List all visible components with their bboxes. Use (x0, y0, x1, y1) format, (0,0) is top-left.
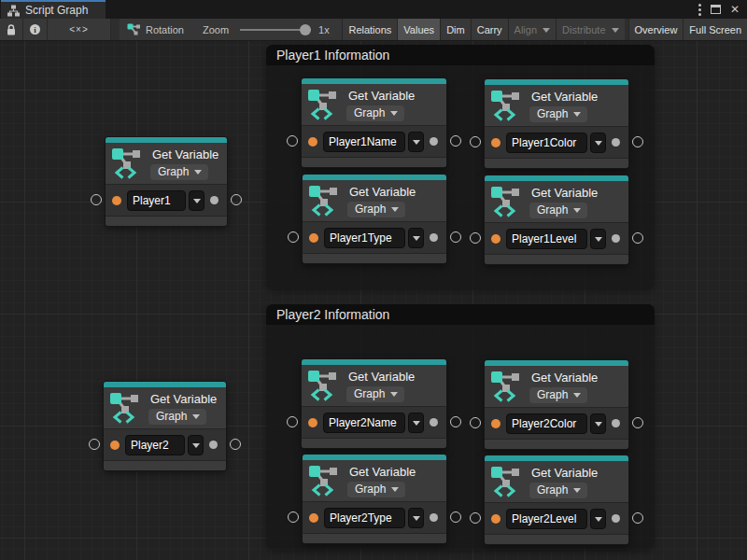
node-header[interactable]: Get Variable Graph (302, 84, 446, 125)
input-pin[interactable] (470, 417, 481, 428)
value-output-dot[interactable] (210, 196, 218, 204)
variable-dropdown[interactable]: Player1Color (506, 133, 606, 153)
menu-kebab-icon[interactable] (698, 4, 701, 16)
maximize-icon[interactable] (711, 5, 721, 14)
input-pin[interactable] (288, 511, 299, 523)
value-output-dot[interactable] (430, 513, 438, 522)
output-pin[interactable] (450, 416, 461, 427)
value-input-port[interactable] (308, 137, 317, 147)
input-pin[interactable] (470, 136, 481, 147)
node-header[interactable]: Get Variable Graph (303, 460, 446, 501)
value-output-dot[interactable] (430, 137, 438, 146)
input-pin[interactable] (470, 232, 481, 244)
variable-dropdown[interactable]: Player2Type (324, 508, 424, 528)
node-header[interactable]: Get Variable Graph (106, 143, 227, 184)
node-header[interactable]: Get Variable Graph (485, 181, 628, 222)
info-button[interactable]: i (23, 19, 48, 40)
lock-button[interactable] (0, 19, 23, 40)
input-pin[interactable] (287, 135, 298, 147)
value-input-port[interactable] (110, 441, 120, 450)
toolbar-button-carry[interactable]: Carry (471, 19, 508, 40)
toolbar-button-distribute[interactable]: Distribute (556, 19, 624, 40)
node-get-variable-player1type[interactable]: Get Variable Graph Player1Type (303, 175, 446, 263)
node-header[interactable]: Get Variable Graph (485, 461, 628, 502)
node-get-variable-player1color[interactable]: Get Variable Graph Player1Color (485, 79, 628, 168)
value-input-port[interactable] (491, 419, 500, 428)
variable-dropdown-arrow[interactable] (188, 435, 204, 455)
variable-dropdown[interactable]: Player1Level (506, 229, 606, 249)
variable-dropdown-arrow[interactable] (590, 413, 606, 434)
variable-dropdown-arrow[interactable] (408, 508, 424, 528)
value-output-dot[interactable] (430, 418, 438, 427)
input-pin[interactable] (89, 439, 100, 450)
value-output-dot[interactable] (612, 514, 620, 523)
variable-dropdown[interactable]: Player2 (125, 435, 204, 455)
node-get-variable-player2[interactable]: Get Variable Graph Player2 (104, 382, 226, 470)
toolbar-button-overview[interactable]: Overview (628, 19, 684, 40)
variable-dropdown-arrow[interactable] (408, 132, 424, 152)
close-icon[interactable]: ✕ (730, 4, 740, 15)
toolbar-button-values[interactable]: Values (397, 19, 440, 40)
value-input-port[interactable] (309, 513, 318, 523)
variable-dropdown[interactable]: Player1Name (323, 132, 424, 152)
value-input-port[interactable] (491, 514, 500, 524)
variable-dropdown[interactable]: Player1Type (324, 228, 424, 248)
node-get-variable-player1level[interactable]: Get Variable Graph Player1Level (485, 175, 628, 264)
variable-dropdown-arrow[interactable] (408, 228, 424, 248)
node-header[interactable]: Get Variable Graph (104, 387, 226, 428)
value-output-dot[interactable] (612, 234, 620, 243)
value-output-dot[interactable] (612, 419, 620, 427)
graph-kind-dropdown[interactable]: Graph (529, 106, 587, 122)
group-title[interactable]: Player2 Information (266, 304, 655, 325)
node-get-variable-player2type[interactable]: Get Variable Graph Player2Type (303, 455, 446, 543)
output-pin[interactable] (632, 512, 643, 524)
value-input-port[interactable] (309, 233, 318, 243)
node-get-variable-player2color[interactable]: Get Variable Graph Player2Color (485, 360, 628, 449)
node-get-variable-player2name[interactable]: Get Variable Graph Player2Name (302, 359, 446, 448)
output-pin[interactable] (231, 194, 242, 205)
graph-kind-dropdown[interactable]: Graph (150, 164, 208, 180)
graph-kind-dropdown[interactable]: Graph (529, 203, 587, 218)
toolbar-button-relations[interactable]: Relations (342, 19, 397, 40)
output-pin[interactable] (632, 232, 643, 244)
graph-kind-dropdown[interactable]: Graph (529, 387, 587, 403)
output-pin[interactable] (632, 136, 643, 147)
variable-dropdown[interactable]: Player2Name (323, 413, 424, 433)
variable-dropdown-arrow[interactable] (189, 190, 204, 211)
graph-kind-dropdown[interactable]: Graph (148, 409, 206, 425)
node-get-variable-player1name[interactable]: Get Variable Graph Player1Name (302, 78, 446, 167)
output-pin[interactable] (230, 439, 241, 450)
variable-dropdown-arrow[interactable] (408, 413, 424, 433)
variable-dropdown-arrow[interactable] (590, 509, 606, 529)
value-input-port[interactable] (491, 234, 500, 244)
node-header[interactable]: Get Variable Graph (485, 85, 628, 126)
node-header[interactable]: Get Variable Graph (485, 366, 628, 407)
toolbar-button-align[interactable]: Align (508, 19, 556, 40)
graph-kind-dropdown[interactable]: Graph (347, 202, 405, 217)
input-pin[interactable] (91, 194, 102, 205)
value-input-port[interactable] (491, 138, 500, 147)
input-pin[interactable] (287, 416, 298, 427)
zoom-slider[interactable] (240, 29, 311, 31)
variable-dropdown-arrow[interactable] (590, 229, 606, 249)
toolbar-button-dim[interactable]: Dim (440, 19, 471, 40)
toolbar-button-full-screen[interactable]: Full Screen (683, 19, 747, 40)
output-pin[interactable] (632, 417, 643, 428)
graph-kind-dropdown[interactable]: Graph (346, 386, 404, 402)
value-output-dot[interactable] (430, 233, 438, 242)
variable-dropdown[interactable]: Player1 (127, 190, 204, 211)
graph-kind-dropdown[interactable]: Graph (529, 483, 587, 498)
node-get-variable-player2level[interactable]: Get Variable Graph Player2Level (485, 455, 628, 544)
output-pin[interactable] (450, 231, 461, 243)
graph-kind-dropdown[interactable]: Graph (347, 482, 405, 497)
variable-dropdown-arrow[interactable] (590, 133, 606, 153)
tab-script-graph[interactable]: Script Graph (1, 0, 106, 19)
graph-canvas[interactable]: Player1 InformationPlayer2 Information G… (0, 41, 747, 560)
group-title[interactable]: Player1 Information (266, 45, 655, 65)
output-pin[interactable] (450, 135, 461, 147)
code-view-button[interactable]: <×> (48, 19, 111, 40)
value-output-dot[interactable] (209, 441, 218, 449)
node-get-variable-player1[interactable]: Get Variable Graph Player1 (106, 137, 227, 226)
output-pin[interactable] (450, 511, 461, 523)
node-header[interactable]: Get Variable Graph (302, 365, 446, 406)
